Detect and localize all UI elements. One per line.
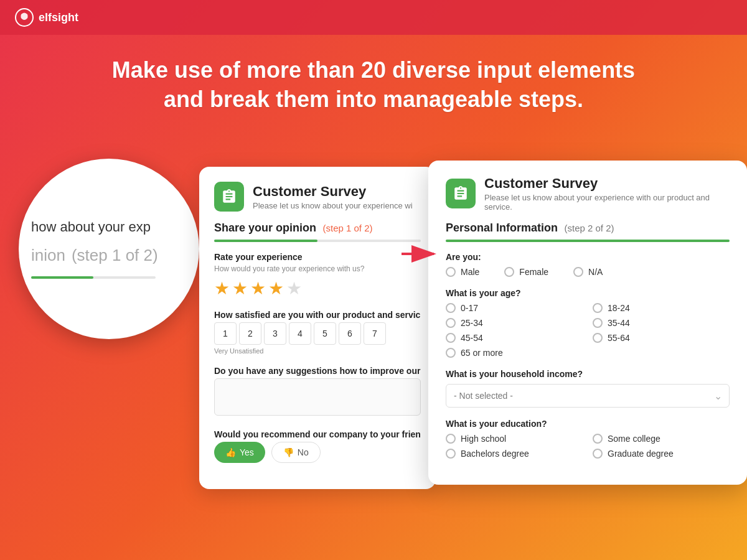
survey-right-step-header: Personal Information (step 2 of 2): [446, 222, 730, 235]
no-button[interactable]: 👎 No: [271, 442, 321, 463]
gender-female-label: Female: [519, 267, 548, 277]
edu-graduate-radio[interactable]: [593, 449, 603, 459]
elfsight-logo-icon: [15, 8, 34, 27]
logo: elfsight: [15, 8, 78, 27]
rating-scale: 1 2 3 4 5 6 7: [214, 322, 421, 345]
survey-left-progress-fill: [214, 240, 317, 242]
rating-btn-1[interactable]: 1: [214, 322, 237, 345]
survey-left-title: Customer Survey: [253, 184, 413, 200]
q3-label: Do you have any suggestions how to impro…: [214, 366, 421, 376]
are-you-label: Are you:: [446, 252, 730, 262]
gender-na-label: N/A: [588, 267, 603, 277]
edu-some-college-label: Some college: [608, 434, 660, 444]
survey-right-q4: What is your education? High school Some…: [446, 419, 730, 459]
education-radio-group: High school Some college Bachelors degre…: [446, 434, 730, 459]
magnifier-circle: how about your exp inion (step 1 of 2): [19, 159, 199, 339]
survey-right-icon: [446, 179, 476, 208]
magnifier-top-text: how about your exp: [31, 219, 187, 235]
headline-line1: Make use of more than 20 diverse input e…: [112, 57, 635, 83]
magnifier-main-text: inion (step 1 of 2): [31, 240, 187, 266]
star-5[interactable]: ★: [286, 278, 302, 299]
gender-radio-group: Male Female N/A: [446, 267, 730, 277]
arrow-indicator: [402, 243, 439, 268]
age-25-34-label: 25-34: [461, 318, 483, 328]
rating-btn-7[interactable]: 7: [364, 322, 386, 345]
gender-male: Male: [446, 267, 479, 277]
age-65-plus-radio[interactable]: [446, 348, 456, 358]
survey-card-right: Customer Survey Please let us know about…: [428, 161, 747, 485]
gender-na-radio[interactable]: [573, 267, 583, 277]
age-25-34-radio[interactable]: [446, 318, 456, 328]
edu-bachelors-radio[interactable]: [446, 449, 456, 459]
survey-left-step-title: Share your opinion: [214, 222, 316, 234]
age-35-44-radio[interactable]: [593, 318, 603, 328]
yes-no-group: 👍 Yes 👎 No: [214, 442, 421, 463]
gender-female-radio[interactable]: [504, 267, 514, 277]
age-65-plus: 65 or more: [446, 348, 730, 358]
income-dropdown[interactable]: - Not selected -: [446, 384, 730, 408]
star-2[interactable]: ★: [232, 278, 248, 299]
q1-label: Rate your experience: [214, 252, 421, 262]
rating-btn-4[interactable]: 4: [289, 322, 311, 345]
survey-left-header: Customer Survey Please let us know about…: [214, 182, 421, 212]
survey-right-title: Customer Survey: [484, 175, 730, 192]
star-1[interactable]: ★: [214, 278, 230, 299]
edu-graduate: Graduate degree: [593, 449, 730, 459]
rating-btn-3[interactable]: 3: [264, 322, 286, 345]
magnifier-progress-bar-container: [31, 276, 156, 279]
rating-btn-6[interactable]: 6: [339, 322, 361, 345]
age-45-54-label: 45-54: [461, 333, 483, 343]
age-35-44-label: 35-44: [608, 318, 630, 328]
yes-button[interactable]: 👍 Yes: [214, 442, 265, 463]
age-25-34: 25-34: [446, 318, 583, 328]
gender-male-label: Male: [461, 267, 479, 277]
income-dropdown-wrapper: - Not selected -: [446, 384, 730, 408]
rating-sub-label: Very Unsatisfied: [214, 347, 421, 355]
edu-high-school-radio[interactable]: [446, 434, 456, 444]
age-35-44: 35-44: [593, 318, 730, 328]
survey-left-icon: [214, 182, 244, 212]
thumbs-up-icon: 👍: [225, 447, 236, 457]
age-18-24-radio[interactable]: [593, 303, 603, 313]
age-18-24: 18-24: [593, 303, 730, 313]
headline: Make use of more than 20 diverse input e…: [0, 44, 747, 127]
magnifier-bold-text: inion: [31, 246, 65, 264]
age-55-64: 55-64: [593, 333, 730, 343]
star-4[interactable]: ★: [268, 278, 284, 299]
brand-name: elfsight: [39, 11, 78, 24]
thumbs-down-icon: 👎: [283, 447, 294, 457]
survey-right-title-block: Customer Survey Please let us know about…: [484, 175, 730, 212]
age-18-24-label: 18-24: [608, 303, 630, 313]
gender-female: Female: [504, 267, 548, 277]
q4-label: Would you recommend our company to your …: [214, 429, 421, 439]
star-rating[interactable]: ★ ★ ★ ★ ★: [214, 278, 421, 299]
clipboard-icon-right: [453, 185, 469, 202]
survey-left-step-header: Share your opinion (step 1 of 2): [214, 222, 421, 235]
suggestions-textarea[interactable]: [214, 378, 421, 416]
survey-right-progress-container: [446, 240, 730, 242]
survey-right-subtitle: Please let us know about your experience…: [484, 193, 730, 212]
age-45-54-radio[interactable]: [446, 333, 456, 343]
gender-na: N/A: [573, 267, 603, 277]
rating-btn-5[interactable]: 5: [314, 322, 336, 345]
age-label: What is your age?: [446, 288, 730, 298]
magnifier-progress-fill: [31, 276, 93, 279]
no-label: No: [298, 447, 309, 457]
age-0-17-label: 0-17: [461, 303, 478, 313]
survey-right-q3: What is your household income? - Not sel…: [446, 369, 730, 408]
survey-right-header: Customer Survey Please let us know about…: [446, 175, 730, 212]
rating-btn-2[interactable]: 2: [239, 322, 261, 345]
survey-right-step-label: (step 2 of 2): [564, 223, 614, 233]
q2-label: How satisfied are you with our product a…: [214, 310, 421, 320]
age-55-64-radio[interactable]: [593, 333, 603, 343]
edu-some-college-radio[interactable]: [593, 434, 603, 444]
income-label: What is your household income?: [446, 369, 730, 379]
star-3[interactable]: ★: [250, 278, 266, 299]
gender-male-radio[interactable]: [446, 267, 456, 277]
age-0-17-radio[interactable]: [446, 303, 456, 313]
q1-sub: How would you rate your experience with …: [214, 264, 421, 273]
age-radio-group: 0-17 18-24 25-34 35-44 45-54 55-64: [446, 303, 730, 358]
survey-right-q2: What is your age? 0-17 18-24 25-34 35-44…: [446, 288, 730, 358]
edu-some-college: Some college: [593, 434, 730, 444]
survey-left-q4: Would you recommend our company to your …: [214, 429, 421, 463]
